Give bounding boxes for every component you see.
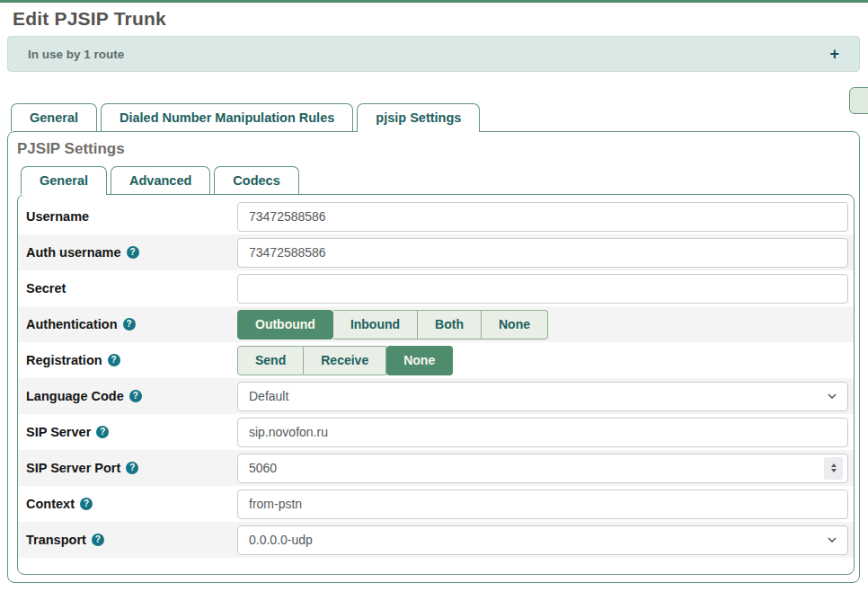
chevron-down-icon <box>828 393 837 399</box>
secret-label: Secret <box>26 281 237 296</box>
form-row-registration: Registration ? Send Receive None <box>18 342 854 378</box>
transport-label: Transport ? <box>26 533 237 547</box>
help-icon[interactable]: ? <box>123 318 136 331</box>
auth-username-input[interactable] <box>237 238 848 268</box>
form-row-auth-username: Auth username ? <box>18 234 854 270</box>
form-row-secret: Secret <box>18 270 854 306</box>
help-icon[interactable]: ? <box>129 390 142 402</box>
tab-general[interactable]: General <box>11 103 97 131</box>
usage-notice-panel[interactable]: In use by 1 route + <box>7 36 860 72</box>
usage-notice-text: In use by 1 route <box>28 48 124 61</box>
page-title: Edit PJSIP Trunk <box>13 8 868 30</box>
language-code-select[interactable]: Default <box>237 382 848 411</box>
pjsip-sub-tab-bar: General Advanced Codecs <box>21 166 855 194</box>
section-heading: PJSIP Settings <box>17 139 855 159</box>
secret-input[interactable] <box>237 274 848 304</box>
form-row-context: Context ? <box>18 486 854 522</box>
tab-dialed-number-manipulation-rules[interactable]: Dialed Number Manipulation Rules <box>101 103 353 131</box>
trunk-tab-bar: General Dialed Number Manipulation Rules… <box>11 103 868 131</box>
auth-username-label: Auth username ? <box>26 245 237 260</box>
expand-plus-icon[interactable]: + <box>829 46 839 62</box>
general-settings-form: Username Auth username ? Secret <box>17 194 855 575</box>
registration-send-button[interactable]: Send <box>237 346 304 375</box>
tab-pjsip-settings[interactable]: pjsip Settings <box>357 103 480 131</box>
username-input[interactable] <box>237 202 848 232</box>
sip-server-input[interactable] <box>237 418 848 447</box>
help-icon[interactable]: ? <box>126 462 138 474</box>
subtab-advanced[interactable]: Advanced <box>111 166 210 194</box>
registration-none-button[interactable]: None <box>386 346 453 375</box>
authentication-none-button[interactable]: None <box>482 310 548 340</box>
sip-server-port-input[interactable]: 5060 <box>237 454 848 483</box>
transport-select[interactable]: 0.0.0.0-udp <box>237 525 848 555</box>
authentication-label: Authentication ? <box>26 317 237 331</box>
sip-server-label: SIP Server ? <box>26 425 237 439</box>
help-icon[interactable]: ? <box>80 498 93 510</box>
context-input[interactable] <box>237 490 848 519</box>
context-label: Context ? <box>26 497 237 511</box>
registration-button-group: Send Receive None <box>237 346 453 375</box>
help-icon[interactable]: ? <box>108 354 120 366</box>
form-row-sip-server: SIP Server ? <box>18 414 854 450</box>
form-row-transport: Transport ? 0.0.0.0-udp <box>18 522 854 558</box>
authentication-both-button[interactable]: Both <box>418 310 482 340</box>
sip-server-port-label: SIP Server Port ? <box>26 461 237 475</box>
top-accent-bar <box>0 0 868 3</box>
help-icon[interactable]: ? <box>96 426 109 438</box>
form-row-sip-server-port: SIP Server Port ? 5060 <box>18 450 854 486</box>
registration-receive-button[interactable]: Receive <box>304 346 386 375</box>
spinner-down-icon[interactable] <box>831 469 837 472</box>
authentication-button-group: Outbound Inbound Both None <box>237 310 548 340</box>
help-icon[interactable]: ? <box>92 534 104 546</box>
edit-pjsip-trunk-page: Edit PJSIP Trunk In use by 1 route + Gen… <box>0 0 868 591</box>
language-code-label: Language Code ? <box>26 389 237 403</box>
authentication-outbound-button[interactable]: Outbound <box>237 310 333 340</box>
username-label: Username <box>26 209 237 224</box>
spinner-up-icon[interactable] <box>831 463 837 467</box>
number-spinner[interactable] <box>824 457 843 480</box>
pjsip-settings-panel: PJSIP Settings General Advanced Codecs U… <box>7 131 860 583</box>
form-row-authentication: Authentication ? Outbound Inbound Both N… <box>18 306 854 342</box>
authentication-inbound-button[interactable]: Inbound <box>333 310 418 340</box>
form-row-username: Username <box>18 198 854 234</box>
subtab-codecs[interactable]: Codecs <box>214 166 298 194</box>
subtab-general[interactable]: General <box>21 166 107 194</box>
chevron-down-icon <box>828 537 837 542</box>
registration-label: Registration ? <box>26 353 237 367</box>
help-icon[interactable]: ? <box>127 246 139 259</box>
form-row-language-code: Language Code ? Default <box>18 378 854 414</box>
